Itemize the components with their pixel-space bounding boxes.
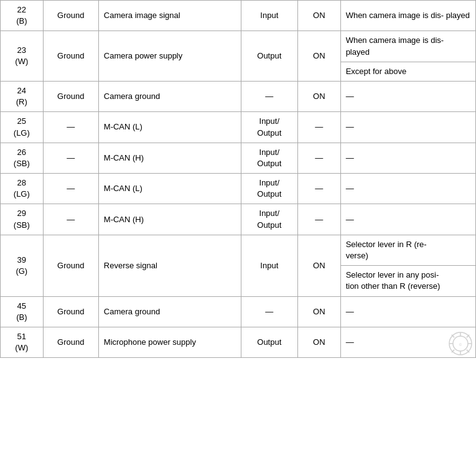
io-cell: Input/ Output [241,174,297,204]
voltage-cell: — [298,143,341,173]
voltage-cell: ON [298,235,341,296]
io-cell: — [241,81,297,111]
ground-cell: Ground [43,31,98,82]
pin-cell: 25 (LG) [1,112,44,143]
condition-cell: Selector lever in R (re- verse) [340,235,475,265]
table-row: 45 (B)GroundCamera ground—ON— [1,296,476,327]
svg-text:©: © [459,343,462,347]
io-cell: Input [241,235,297,296]
ground-cell: Ground [43,81,98,111]
condition-cell: — [340,296,475,327]
pin-cell: 29 (SB) [1,204,44,235]
condition-cell: — [340,81,475,111]
pin-cell: 45 (B) [1,296,44,327]
ground-cell: — [43,204,98,235]
table-row: 22 (B)GroundCamera image signalInputONWh… [1,1,476,31]
condition-cell: Except for above [340,62,475,81]
condition-cell: — © [340,327,475,357]
condition-cell: Selector lever in any posi- tion other t… [340,266,475,296]
table-row: 29 (SB)—M-CAN (H)Input/ Output—— [1,204,476,235]
signal-cell: Microphone power supply [98,327,241,357]
table-row: 23 (W)GroundCamera power supplyOutputONW… [1,31,476,62]
main-table: 22 (B)GroundCamera image signalInputONWh… [0,0,476,358]
condition-cell: — [340,174,475,204]
condition-cell: — [340,143,475,173]
signal-cell: Camera ground [98,81,241,111]
io-cell: — [241,296,297,327]
voltage-cell: — [298,112,341,143]
signal-cell: Camera image signal [98,1,241,31]
table-row: 39 (G)GroundReverse signalInputONSelecto… [1,235,476,265]
signal-cell: Reverse signal [98,235,241,296]
table-row: 25 (LG)—M-CAN (L)Input/ Output—— [1,112,476,143]
pin-cell: 39 (G) [1,235,44,296]
condition-cell: — [340,204,475,235]
pin-cell: 51 (W) [1,327,44,357]
ground-cell: Ground [43,1,98,31]
voltage-cell: ON [298,81,341,111]
voltage-cell: ON [298,1,341,31]
pin-cell: 26 (SB) [1,143,44,173]
ground-cell: — [43,174,98,204]
table-row: 51 (W)GroundMicrophone power supplyOutpu… [1,327,476,357]
voltage-cell: ON [298,296,341,327]
condition-cell: — [340,112,475,143]
pin-cell: 24 (R) [1,81,44,111]
table-row: 28 (LG)—M-CAN (L)Input/ Output—— [1,174,476,204]
pin-cell: 23 (W) [1,31,44,82]
io-cell: Output [241,327,297,357]
voltage-cell: ON [298,327,341,357]
signal-cell: M-CAN (L) [98,112,241,143]
io-cell: Input/ Output [241,204,297,235]
ground-cell: Ground [43,327,98,357]
ground-cell: Ground [43,235,98,296]
signal-cell: Camera power supply [98,31,241,82]
io-cell: Input/ Output [241,112,297,143]
ground-cell: — [43,112,98,143]
table-row: 26 (SB)—M-CAN (H)Input/ Output—— [1,143,476,173]
signal-cell: M-CAN (H) [98,204,241,235]
signal-cell: M-CAN (L) [98,174,241,204]
io-cell: Input [241,1,297,31]
ground-cell: — [43,143,98,173]
table-row: 24 (R)GroundCamera ground—ON— [1,81,476,111]
condition-cell: When camera image is dis- played [340,31,475,62]
signal-cell: M-CAN (H) [98,143,241,173]
signal-cell: Camera ground [98,296,241,327]
pin-cell: 22 (B) [1,1,44,31]
io-cell: Input/ Output [241,143,297,173]
ground-cell: Ground [43,296,98,327]
pin-cell: 28 (LG) [1,174,44,204]
watermark-icon: © [448,331,473,356]
voltage-cell: — [298,204,341,235]
condition-cell: When camera image is dis- played [340,1,475,31]
voltage-cell: ON [298,31,341,82]
io-cell: Output [241,31,297,82]
voltage-cell: — [298,174,341,204]
